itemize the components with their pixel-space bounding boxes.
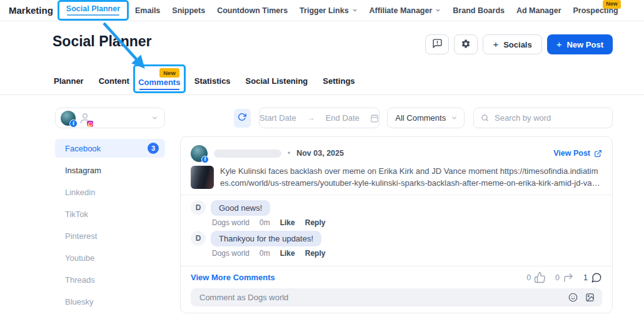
search-icon bbox=[481, 114, 489, 122]
external-link-icon bbox=[594, 149, 602, 158]
sidebar-item-youtube[interactable]: Youtube bbox=[55, 247, 165, 269]
sidebar-item-linkedin[interactable]: Linkedin bbox=[55, 181, 165, 203]
end-date-placeholder: End Date bbox=[326, 113, 360, 123]
refresh-icon bbox=[238, 113, 246, 123]
share-count-value: 0 bbox=[555, 273, 560, 282]
comment-author: Dogs world bbox=[212, 249, 249, 258]
platform-label: Facebook bbox=[65, 144, 101, 153]
brand-marketing: Marketing bbox=[9, 5, 53, 16]
nav-item-prospecting[interactable]: New Prospecting bbox=[573, 6, 618, 15]
nav-item-ad-manager[interactable]: Ad Manager bbox=[516, 6, 561, 15]
nav-item-countdown-timers[interactable]: Countdown Timers bbox=[217, 6, 288, 15]
sidebar-item-facebook[interactable]: Facebook 3 bbox=[55, 139, 165, 158]
reaction-counts: 0 0 1 bbox=[526, 271, 602, 283]
search-input[interactable] bbox=[493, 113, 606, 123]
chevron-down-icon bbox=[435, 6, 441, 15]
reply-button[interactable]: Reply bbox=[305, 249, 326, 258]
view-post-label: View Post bbox=[553, 149, 590, 158]
view-post-link[interactable]: View Post bbox=[553, 149, 602, 158]
comment-time: 0m bbox=[259, 249, 270, 258]
feedback-bubble-icon bbox=[432, 38, 443, 51]
social-planner-page: Marketing Social Planner Emails Snippets… bbox=[0, 0, 644, 324]
card-divider bbox=[181, 195, 612, 195]
dot-separator: • bbox=[288, 149, 290, 158]
sidebar-item-threads[interactable]: Threads bbox=[55, 269, 165, 291]
comment-count[interactable]: 1 bbox=[583, 272, 602, 283]
tab-comments[interactable]: New Comments bbox=[133, 64, 186, 93]
top-nav-items: Social Planner Emails Snippets Countdown… bbox=[63, 0, 618, 21]
sidebar-item-bluesky[interactable]: Bluesky bbox=[55, 291, 165, 313]
start-date-placeholder: Start Date bbox=[259, 113, 296, 123]
nav-item-affiliate-manager[interactable]: Affiliate Manager bbox=[370, 6, 441, 15]
sidebar-item-instagram[interactable]: Instagram bbox=[55, 159, 165, 181]
nav-item-label: Affiliate Manager bbox=[370, 6, 433, 15]
date-range-picker[interactable]: Start Date → End Date bbox=[259, 108, 380, 128]
share-count[interactable]: 0 bbox=[555, 272, 574, 283]
post-actions-row: View More Comments 0 0 bbox=[191, 271, 602, 283]
sidebar-item-tiktok[interactable]: TikTok bbox=[55, 203, 165, 225]
socials-button-label: Socials bbox=[503, 40, 532, 49]
plus-icon: + bbox=[556, 39, 562, 49]
nav-item-label: Trigger Links bbox=[299, 6, 349, 15]
refresh-button[interactable] bbox=[234, 109, 251, 128]
emoji-icon[interactable] bbox=[568, 293, 578, 302]
plus-icon: + bbox=[493, 39, 498, 49]
comment-author: Dogs world bbox=[212, 218, 249, 227]
commenter-avatar: D bbox=[191, 200, 206, 215]
comment-bubble-icon bbox=[591, 272, 602, 283]
comment-count-value: 1 bbox=[583, 273, 588, 282]
comment-content: Thankyou for the updates! Dogs world 0m … bbox=[211, 231, 325, 258]
nav-item-trigger-links[interactable]: Trigger Links bbox=[299, 6, 358, 15]
post-body: Kyle Kulinski faces backlash over meme o… bbox=[191, 166, 602, 189]
like-button[interactable]: Like bbox=[280, 249, 295, 258]
comment-input-bar bbox=[191, 288, 602, 306]
page-title: Social Planner bbox=[53, 33, 152, 50]
sidebar-item-pinterest[interactable]: Pinterest bbox=[55, 225, 165, 247]
comment-bubble: Good news! bbox=[211, 200, 270, 216]
post-thumbnail bbox=[191, 166, 214, 189]
nav-item-emails[interactable]: Emails bbox=[135, 6, 160, 15]
share-arrow-icon bbox=[563, 272, 574, 283]
search-box bbox=[473, 108, 613, 128]
add-socials-button[interactable]: + Socials bbox=[483, 34, 541, 54]
calendar-icon bbox=[370, 114, 379, 123]
tab-bar-divider bbox=[0, 94, 644, 95]
nav-item-brand-boards[interactable]: Brand Boards bbox=[453, 6, 505, 15]
comments-filter-select[interactable]: All Comments bbox=[387, 108, 465, 128]
post-text: Kyle Kulinski faces backlash over meme o… bbox=[220, 166, 602, 189]
settings-button[interactable] bbox=[454, 34, 478, 54]
new-post-button[interactable]: + New Post bbox=[547, 34, 613, 54]
chevron-down-icon bbox=[451, 114, 458, 121]
comment-meta: Dogs world 0m Like Reply bbox=[211, 218, 325, 227]
account-selector[interactable]: f bbox=[55, 108, 165, 128]
comments-main: Start Date → End Date All Comments bbox=[180, 108, 613, 313]
comment-time: 0m bbox=[259, 218, 270, 227]
new-post-button-label: New Post bbox=[566, 40, 603, 49]
nav-item-social-planner[interactable]: Social Planner bbox=[58, 0, 129, 21]
facebook-badge-icon: f bbox=[201, 156, 209, 163]
feedback-button[interactable] bbox=[425, 34, 449, 54]
comment-list: D Good news! Dogs world 0m Like Reply D bbox=[191, 200, 602, 258]
view-more-comments-link[interactable]: View More Comments bbox=[191, 273, 275, 282]
like-button[interactable]: Like bbox=[280, 218, 295, 227]
new-badge: New bbox=[603, 0, 621, 9]
platform-sidebar: f Facebook 3 Instagram Linkedin TikTok P… bbox=[55, 108, 165, 313]
image-icon[interactable] bbox=[585, 293, 595, 302]
tab-settings[interactable]: Settings bbox=[323, 76, 355, 94]
tab-planner[interactable]: Planner bbox=[54, 76, 84, 94]
nav-item-snippets[interactable]: Snippets bbox=[172, 6, 205, 15]
comment-input[interactable] bbox=[198, 292, 561, 303]
comment-item: D Good news! Dogs world 0m Like Reply bbox=[191, 200, 602, 227]
comments-filter-value: All Comments bbox=[395, 113, 446, 123]
tab-statistics[interactable]: Statistics bbox=[194, 76, 231, 94]
tab-content[interactable]: Content bbox=[99, 76, 129, 94]
like-count[interactable]: 0 bbox=[526, 271, 546, 283]
arrow-right-icon: → bbox=[307, 113, 315, 123]
gear-icon bbox=[461, 39, 471, 51]
reply-button[interactable]: Reply bbox=[305, 218, 326, 227]
like-count-value: 0 bbox=[526, 273, 531, 282]
facebook-badge-icon: f bbox=[69, 119, 78, 128]
tab-social-listening[interactable]: Social Listening bbox=[246, 76, 308, 94]
account-avatars: f bbox=[61, 111, 93, 126]
card-divider bbox=[181, 266, 612, 266]
